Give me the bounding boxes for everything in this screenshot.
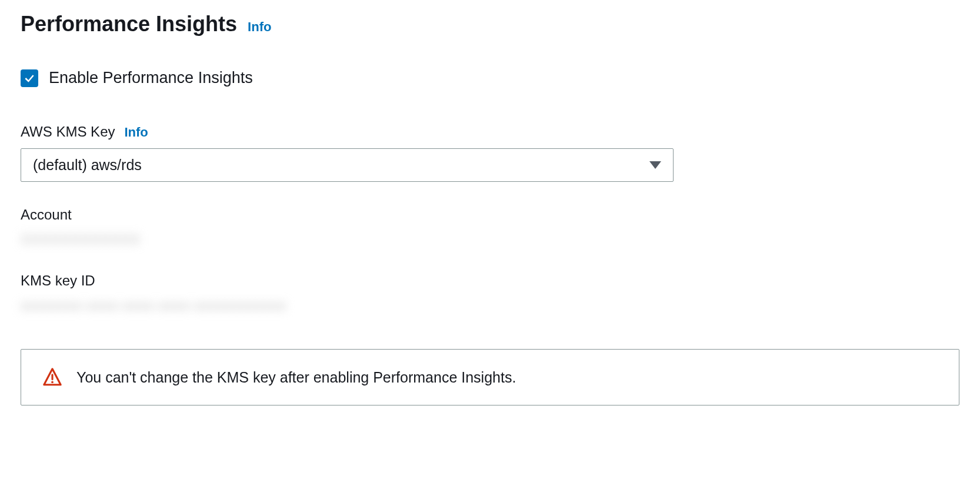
kms-key-select[interactable]: (default) aws/rds xyxy=(21,148,674,182)
enable-performance-insights-checkbox[interactable] xyxy=(21,69,38,87)
section-title: Performance Insights xyxy=(21,12,237,36)
kms-key-field: AWS KMS Key Info (default) aws/rds xyxy=(21,124,959,182)
kms-key-id-label: KMS key ID xyxy=(21,272,959,289)
account-label: Account xyxy=(21,207,959,223)
warning-icon xyxy=(42,367,62,387)
checkmark-icon xyxy=(24,72,35,84)
kms-key-info-link[interactable]: Info xyxy=(124,125,148,140)
account-field: Account XXXXXXXXXXXX xyxy=(21,207,959,248)
account-value-redacted: XXXXXXXXXXXX xyxy=(21,231,959,248)
kms-key-select-value: (default) aws/rds xyxy=(33,157,142,174)
section-info-link[interactable]: Info xyxy=(248,19,271,35)
kms-key-id-field: KMS key ID xxxxxxxx-xxxx-xxxx-xxxx-xxxxx… xyxy=(21,272,959,314)
enable-performance-insights-label: Enable Performance Insights xyxy=(49,69,253,87)
section-header: Performance Insights Info xyxy=(21,12,959,36)
caret-down-icon xyxy=(649,161,661,169)
kms-key-alert-text: You can't change the KMS key after enabl… xyxy=(76,369,516,386)
kms-key-id-value-redacted: xxxxxxxx-xxxx-xxxx-xxxx-xxxxxxxxxxxx xyxy=(21,297,959,314)
kms-key-alert: You can't change the KMS key after enabl… xyxy=(21,349,959,405)
kms-key-label: AWS KMS Key xyxy=(21,124,115,140)
enable-performance-insights-row: Enable Performance Insights xyxy=(21,69,959,87)
svg-point-1 xyxy=(51,381,54,383)
kms-key-label-row: AWS KMS Key Info xyxy=(21,124,959,140)
